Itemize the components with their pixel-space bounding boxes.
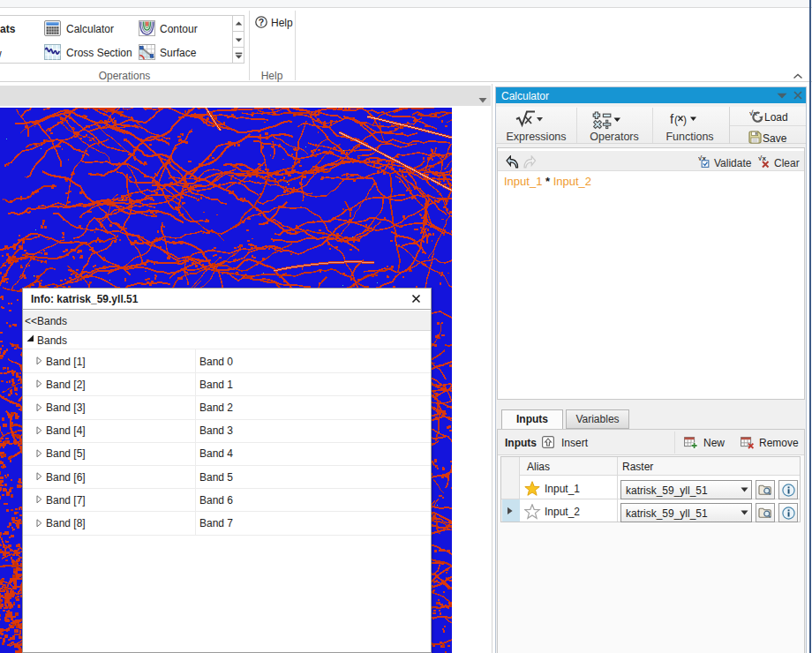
svg-text:): ) (683, 114, 687, 126)
svg-text:(: ( (674, 114, 678, 126)
svg-text:√x: √x (758, 155, 766, 162)
svg-text:?: ? (259, 17, 264, 27)
